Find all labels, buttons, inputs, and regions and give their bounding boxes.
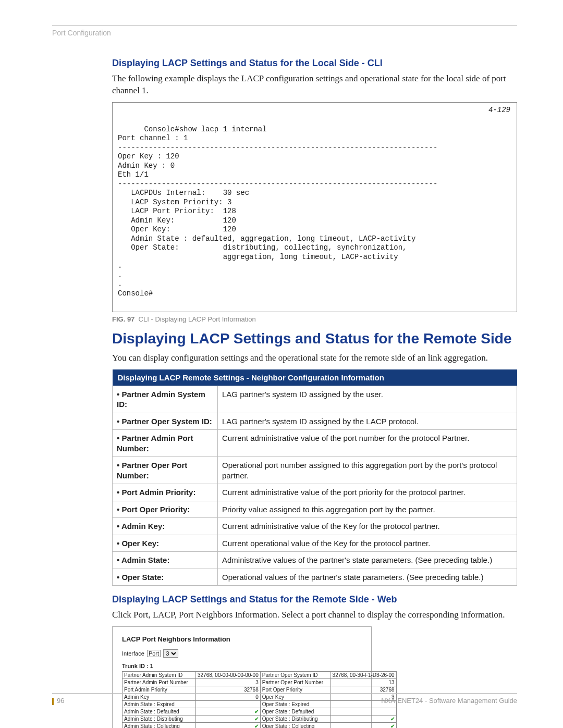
grid-label: Admin State : Defaulted bbox=[123, 708, 196, 715]
grid-label: Admin State : Collecting bbox=[123, 723, 196, 728]
table-row: • Partner Admin System ID:LAG partner's … bbox=[113, 386, 517, 413]
grid-value: ✔ bbox=[195, 723, 260, 728]
section-cli-title: Displaying LACP Settings and Status for … bbox=[112, 58, 517, 69]
page: Port Configuration Displaying LACP Setti… bbox=[0, 0, 563, 728]
row-desc: LAG partner's system ID assigned by the … bbox=[218, 386, 517, 413]
grid-label: Partner Admin System ID bbox=[123, 672, 196, 679]
check-icon: ✔ bbox=[254, 709, 259, 714]
iface-kind: Port bbox=[147, 650, 161, 657]
row-desc: Administrative values of the partner's s… bbox=[218, 552, 517, 569]
row-label: • Partner Admin System ID: bbox=[113, 386, 218, 413]
web-screenshot: LACP Port Neighbors Information Interfac… bbox=[112, 626, 372, 728]
check-icon: ✔ bbox=[254, 716, 259, 722]
row-desc: Current administrative value of the port… bbox=[218, 430, 517, 457]
grid-label: Oper State : Distributing bbox=[260, 715, 331, 723]
table-row: • Admin Key:Current administrative value… bbox=[113, 518, 517, 535]
row-label: • Port Oper Priority: bbox=[113, 501, 218, 518]
interface-row: Interface Port 3 bbox=[122, 649, 362, 658]
trunk-id: Trunk ID : 1 bbox=[122, 663, 362, 669]
grid-label: Oper State : Collecting bbox=[260, 723, 331, 728]
fig97-caption: FIG. 97 CLI - Displaying LACP Port Infor… bbox=[112, 315, 517, 323]
grid-value: 32768, 00-00-00-00-00-00 bbox=[195, 672, 260, 679]
row-label: • Admin Key: bbox=[113, 518, 218, 535]
row-label: • Oper State: bbox=[113, 569, 218, 586]
page-number: 96 bbox=[57, 697, 64, 705]
table-row: • Port Admin Priority:Current administra… bbox=[113, 484, 517, 501]
section-web-title: Displaying LACP Settings and Status for … bbox=[112, 594, 517, 605]
row-label: • Oper Key: bbox=[113, 535, 218, 552]
table-row: • Partner Oper Port Number:Operational p… bbox=[113, 457, 517, 484]
row-desc: Priority value assigned to this aggregat… bbox=[218, 501, 517, 518]
running-head: Port Configuration bbox=[52, 29, 517, 37]
cli-ref: 4-129 bbox=[488, 106, 510, 115]
grid-row: Admin State : Defaulted✔Oper State : Def… bbox=[123, 708, 397, 715]
grid-row: Admin State : Collecting✔Oper State : Co… bbox=[123, 723, 397, 728]
footer-accent bbox=[52, 698, 54, 705]
grid-value: 13 bbox=[331, 679, 396, 686]
grid-value: ✔ bbox=[331, 715, 396, 723]
row-label: • Admin State: bbox=[113, 552, 218, 569]
row-desc: Current administrative value of the port… bbox=[218, 484, 517, 501]
grid-row: Partner Admin System ID32768, 00-00-00-0… bbox=[123, 672, 397, 679]
row-label: • Partner Oper Port Number: bbox=[113, 457, 218, 484]
grid-row: Admin State : Distributing✔Oper State : … bbox=[123, 715, 397, 723]
table-row: • Oper State:Operational values of the p… bbox=[113, 569, 517, 586]
footer: 96 NXA-ENET24 - Software Management Guid… bbox=[52, 693, 517, 705]
table-row: • Partner Oper System ID:LAG partner's s… bbox=[113, 413, 517, 430]
grid-value: ✔ bbox=[195, 708, 260, 715]
row-desc: LAG partner's system ID assigned by the … bbox=[218, 413, 517, 430]
grid-label: Oper State : Defaulted bbox=[260, 708, 331, 715]
table-row: • Oper Key:Current operational value of … bbox=[113, 535, 517, 552]
row-label: • Port Admin Priority: bbox=[113, 484, 218, 501]
check-icon: ✔ bbox=[390, 716, 395, 722]
grid-row: Partner Admin Port Number3Partner Oper P… bbox=[123, 679, 397, 686]
row-desc: Operational port number assigned to this… bbox=[218, 457, 517, 484]
webshot-title: LACP Port Neighbors Information bbox=[122, 635, 362, 643]
check-icon: ✔ bbox=[390, 723, 395, 728]
grid-value: ✔ bbox=[195, 715, 260, 723]
top-rule bbox=[52, 25, 517, 26]
section-cli-intro: The following example displays the LACP … bbox=[112, 73, 517, 97]
grid-label: Partner Oper System ID bbox=[260, 672, 331, 679]
remote-intro: You can display configuration settings a… bbox=[112, 352, 517, 364]
doc-title: NXA-ENET24 - Software Management Guide bbox=[381, 697, 517, 705]
grid-label: Partner Admin Port Number bbox=[123, 679, 196, 686]
table-row: • Port Oper Priority:Priority value assi… bbox=[113, 501, 517, 518]
row-desc: Current operational value of the Key for… bbox=[218, 535, 517, 552]
grid-label: Port Admin Priority bbox=[123, 686, 196, 694]
check-icon: ✔ bbox=[254, 723, 259, 728]
grid-value bbox=[331, 708, 396, 715]
remote-heading: Displaying LACP Settings and Status for … bbox=[112, 330, 517, 347]
row-desc: Operational values of the partner's stat… bbox=[218, 569, 517, 586]
table-row: • Admin State:Administrative values of t… bbox=[113, 552, 517, 569]
iface-label: Interface bbox=[122, 650, 144, 657]
grid-value: 32768, 00-30-F1-D3-26-00 bbox=[331, 672, 396, 679]
grid-label: Port Oper Priority bbox=[260, 686, 331, 694]
body-col: Displaying LACP Settings and Status for … bbox=[112, 58, 517, 728]
grid-value: 32768 bbox=[331, 686, 396, 694]
grid-row: Port Admin Priority32768Port Oper Priori… bbox=[123, 686, 397, 694]
grid-value: 32768 bbox=[195, 686, 260, 694]
row-label: • Partner Oper System ID: bbox=[113, 413, 218, 430]
iface-select[interactable]: 3 bbox=[163, 649, 178, 658]
grid-value: ✔ bbox=[331, 723, 396, 728]
grid-label: Partner Oper Port Number bbox=[260, 679, 331, 686]
cli-text: Console#show lacp 1 internal Port channe… bbox=[118, 125, 437, 298]
grid-value: 3 bbox=[195, 679, 260, 686]
remote-settings-table: Displaying LACP Remote Settings - Neighb… bbox=[112, 369, 517, 586]
table-header: Displaying LACP Remote Settings - Neighb… bbox=[113, 369, 517, 386]
row-desc: Current administrative value of the Key … bbox=[218, 518, 517, 535]
section-web-intro: Click Port, LACP, Port Neighbors Informa… bbox=[112, 609, 517, 621]
row-label: • Partner Admin Port Number: bbox=[113, 430, 218, 457]
table-row: • Partner Admin Port Number:Current admi… bbox=[113, 430, 517, 457]
grid-label: Admin State : Distributing bbox=[123, 715, 196, 723]
cli-output: 4-129 Console#show lacp 1 internal Port … bbox=[112, 102, 517, 312]
